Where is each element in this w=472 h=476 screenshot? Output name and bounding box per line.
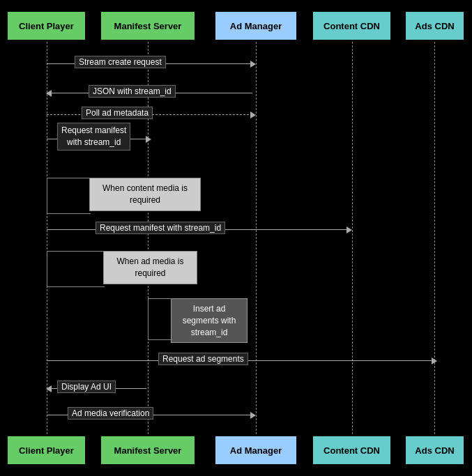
actor-content-cdn-bottom: Content CDN [312, 435, 392, 466]
msg-request-content-segments-label: Request manifest with stream_id [96, 222, 225, 234]
msg-request-ad-segments-label: Request ad segments [158, 353, 248, 365]
msg-request-ad-segments: Request ad segments [47, 354, 437, 368]
lifeline-client-player [47, 42, 47, 434]
note-when-content-media: When content media is required [89, 178, 201, 211]
lifeline-content-cdn [352, 42, 353, 434]
msg-stream-create-request: Stream create request [47, 57, 256, 71]
bracket-ad-media [47, 251, 105, 287]
actor-manifest-server-top: Manifest Server [100, 10, 196, 41]
msg-request-content-segments: Request manifest with stream_id [47, 223, 352, 237]
msg-json-stream-id-label: JSON with stream_id [89, 85, 176, 98]
msg-display-ad-ui-label: Display Ad UI [57, 381, 116, 393]
actor-content-cdn-top: Content CDN [312, 10, 392, 41]
bracket-insert-ad-segments [148, 298, 172, 340]
msg-ad-media-verification: Ad media verification [47, 408, 256, 422]
actor-ads-cdn-top: Ads CDN [404, 10, 465, 41]
sequence-diagram: Client Player Manifest Server Ad Manager… [0, 0, 472, 476]
msg-request-manifest-label: Request manifestwith stream_id [57, 123, 130, 151]
lifeline-manifest-server [148, 42, 149, 434]
msg-poll-ad-metadata-label: Poll ad metadata [82, 107, 153, 119]
actor-ad-manager-top: Ad Manager [214, 10, 298, 41]
actor-client-player-top: Client Player [6, 10, 86, 41]
msg-json-stream-id: JSON with stream_id [47, 86, 256, 100]
lifeline-ads-cdn [434, 42, 435, 434]
bracket-content-media [47, 178, 91, 214]
note-when-ad-media: When ad media is required [103, 251, 197, 284]
msg-request-manifest: Request manifestwith stream_id [47, 132, 151, 146]
actor-client-player-bottom: Client Player [6, 435, 86, 466]
actor-ads-cdn-bottom: Ads CDN [404, 435, 465, 466]
actor-manifest-server-bottom: Manifest Server [100, 435, 196, 466]
actor-ad-manager-bottom: Ad Manager [214, 435, 298, 466]
msg-ad-media-verification-label: Ad media verification [68, 407, 153, 420]
note-insert-ad-segments: Insert ad segments with stream_id [171, 298, 248, 343]
msg-stream-create-label: Stream create request [75, 56, 166, 68]
msg-display-ad-ui: Display Ad UI [47, 382, 150, 396]
msg-poll-ad-metadata: Poll ad metadata [47, 108, 256, 122]
lifeline-ad-manager [256, 42, 257, 434]
